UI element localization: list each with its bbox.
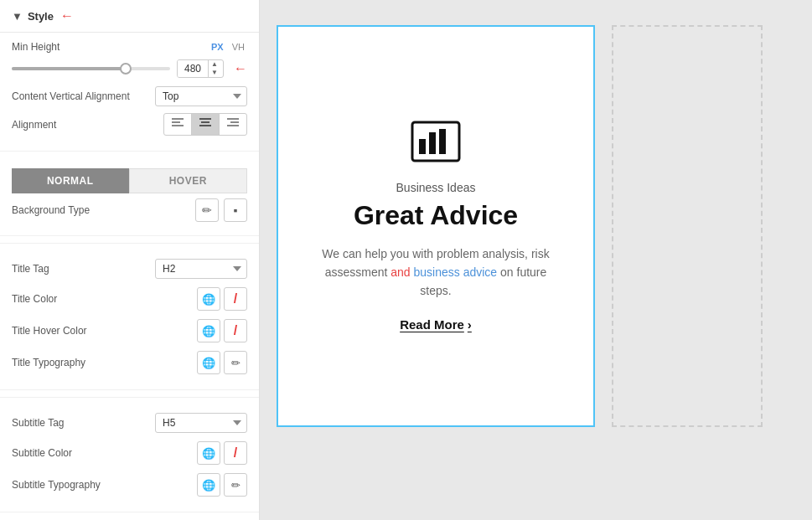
subtitle-color-slash-button[interactable]: /	[224, 441, 247, 465]
subtitle-typo-globe-button[interactable]: 🌐	[197, 473, 220, 497]
alignment-buttons	[163, 113, 247, 136]
svg-rect-12	[439, 129, 446, 154]
slider-track[interactable]	[12, 67, 170, 70]
normal-tab[interactable]: NORMAL	[12, 168, 129, 193]
subtitle-color-globe-button[interactable]: 🌐	[197, 441, 220, 465]
svg-rect-5	[199, 125, 211, 126]
text-blue: business advice	[414, 265, 498, 279]
subtitle-color-label: Subtitle Color	[12, 447, 72, 459]
title-tag-label: Title Tag	[12, 263, 49, 275]
subtitle-tag-row: Subtitle Tag H1 H2 H3 H4 H5 H6	[12, 413, 247, 433]
svg-rect-6	[227, 118, 239, 120]
subtitle-typo-pen-button[interactable]: ✏	[224, 473, 247, 497]
svg-rect-7	[230, 121, 239, 123]
svg-rect-4	[201, 121, 209, 123]
panel-title: Style	[28, 10, 54, 23]
title-typography-row: Title Typography 🌐 ✏	[12, 349, 247, 376]
background-type-label: Background Type	[12, 204, 90, 216]
text-red: and	[390, 265, 410, 279]
subtitle-tag-select[interactable]: H1 H2 H3 H4 H5 H6	[155, 413, 247, 433]
panel-header: ▼ Style ←	[0, 0, 259, 33]
title-hover-color-row: Title Hover Color 🌐 /	[12, 317, 247, 344]
card-title: Great Advice	[354, 201, 518, 230]
globe-icon: 🌐	[202, 293, 215, 306]
unit-vh-button[interactable]: VH	[230, 41, 247, 53]
background-type-icons: ✏ ▪	[195, 198, 247, 222]
align-right-button[interactable]	[220, 114, 246, 135]
title-tag-row: Title Tag H1 H2 H3 H4 H5 H6	[12, 259, 247, 279]
preview-area: Business Ideas Great Advice We can help …	[260, 0, 812, 520]
svg-rect-10	[419, 139, 426, 154]
title-hover-color-controls: 🌐 /	[197, 319, 247, 342]
align-center-button[interactable]	[192, 114, 220, 135]
title-hover-slash-button[interactable]: /	[224, 319, 247, 342]
subtitle-tag-label: Subtitle Tag	[12, 417, 65, 429]
subtitle-section: Subtitle Tag H1 H2 H3 H4 H5 H6 Subtitle …	[0, 404, 259, 512]
slider-row: 480 ▲ ▼ ←	[12, 59, 247, 78]
svg-rect-0	[172, 118, 184, 120]
svg-rect-1	[172, 121, 180, 123]
title-color-label: Title Color	[12, 293, 57, 305]
title-typo-pen-button[interactable]: ✏	[224, 351, 247, 374]
spinner-buttons: ▲ ▼	[208, 60, 220, 77]
align-left-button[interactable]	[164, 114, 192, 135]
back-arrow-icon[interactable]: ←	[60, 8, 74, 23]
title-typo-globe-button[interactable]: 🌐	[197, 351, 220, 374]
title-hover-color-label: Title Hover Color	[12, 325, 87, 337]
title-color-row: Title Color 🌐 /	[12, 286, 247, 312]
title-hover-globe-button[interactable]: 🌐	[197, 319, 220, 342]
tab-section: NORMAL HOVER Background Type ✏ ▪	[0, 152, 259, 236]
subtitle-color-row: Subtitle Color 🌐 /	[12, 440, 247, 466]
card-text: We can help you with problem analysis, r…	[312, 245, 560, 301]
divider-1	[0, 243, 259, 244]
read-more-text: Read More	[400, 317, 464, 332]
alignment-label: Alignment	[12, 119, 56, 131]
unit-buttons: PX VH	[209, 41, 247, 53]
increment-button[interactable]: ▲	[209, 60, 220, 69]
vertical-alignment-select[interactable]: Top Middle Bottom	[155, 86, 247, 106]
svg-rect-13	[416, 154, 456, 156]
pen-icon-2: ✏	[231, 479, 240, 492]
svg-rect-11	[429, 132, 436, 154]
collapse-handle[interactable]: ‹	[259, 244, 260, 277]
title-typography-controls: 🌐 ✏	[197, 351, 247, 374]
globe-icon-4: 🌐	[202, 447, 215, 460]
red-arrow-icon: ←	[234, 61, 247, 76]
subtitle-typography-controls: 🌐 ✏	[197, 473, 247, 497]
decrement-button[interactable]: ▼	[209, 69, 220, 77]
svg-rect-3	[199, 118, 211, 120]
read-more-link[interactable]: Read More ›	[400, 317, 472, 332]
preview-card: Business Ideas Great Advice We can help …	[277, 25, 595, 427]
unit-px-button[interactable]: PX	[209, 41, 226, 53]
read-more-arrow: ›	[468, 317, 472, 332]
min-height-row: Min Height PX VH	[12, 41, 247, 53]
vertical-alignment-label: Content Vertical Alignment	[12, 90, 130, 102]
slash-icon-3: /	[234, 445, 237, 461]
style-panel: ▼ Style ← Min Height PX VH 480 ▲ ▼	[0, 0, 260, 520]
card-icon	[411, 121, 461, 169]
title-color-slash-button[interactable]: /	[224, 287, 247, 311]
slider-thumb[interactable]	[120, 63, 132, 75]
collapse-arrow-icon: ▼	[12, 10, 23, 23]
title-color-globe-button[interactable]: 🌐	[197, 287, 220, 311]
pen-icon: ✏	[231, 357, 240, 369]
globe-icon-3: 🌐	[202, 357, 215, 369]
title-tag-select[interactable]: H1 H2 H3 H4 H5 H6	[155, 259, 247, 279]
min-height-input[interactable]: 480	[178, 60, 208, 77]
title-typography-label: Title Typography	[12, 357, 85, 368]
subtitle-typography-label: Subtitle Typography	[12, 479, 101, 491]
divider-2	[0, 397, 259, 398]
slider-fill	[12, 67, 122, 70]
title-color-controls: 🌐 /	[197, 287, 247, 311]
bg-square-button[interactable]: ▪	[224, 198, 247, 222]
title-section: Title Tag H1 H2 H3 H4 H5 H6 Title Color …	[0, 250, 259, 390]
subtitle-typography-row: Subtitle Typography 🌐 ✏	[12, 471, 247, 498]
bg-pen-button[interactable]: ✏	[195, 198, 219, 222]
card-subtitle: Business Ideas	[396, 181, 476, 194]
background-type-row: Background Type ✏ ▪	[12, 198, 247, 222]
slash-icon-2: /	[234, 323, 237, 338]
ghost-card	[612, 25, 763, 427]
svg-rect-2	[172, 125, 184, 126]
slash-icon: /	[234, 291, 237, 306]
hover-tab[interactable]: HOVER	[129, 168, 248, 193]
